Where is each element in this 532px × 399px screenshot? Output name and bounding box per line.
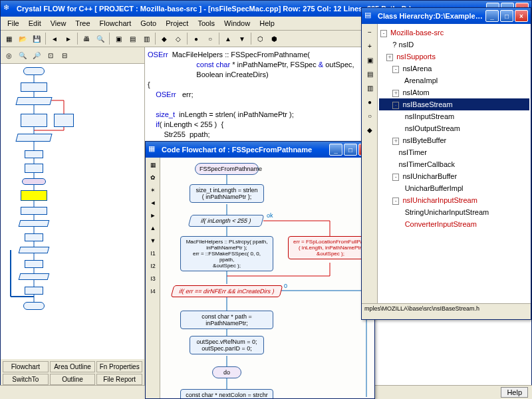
fc-loop[interactable]: do	[212, 366, 241, 378]
ftool-e[interactable]: ►	[147, 209, 159, 221]
ltool-0[interactable]: ◎	[2, 49, 15, 62]
fc-d2[interactable]: if( err == dirNFErr && inCreateDirs )	[171, 285, 283, 297]
btn-file-report[interactable]: File Report	[96, 374, 142, 385]
ftool-a[interactable]: ▦	[147, 159, 159, 171]
tool-save[interactable]: 💾	[30, 32, 43, 45]
tool-i[interactable]: ▼	[235, 32, 249, 45]
tree-item[interactable]: nsIInputStream	[379, 110, 529, 122]
ltool-1[interactable]: 🔍	[16, 49, 29, 62]
tree-item[interactable]: nsITimerCallback	[379, 158, 529, 170]
fc-n4[interactable]: const char * path = inPathNamePtr;	[180, 311, 273, 329]
ftool-b[interactable]: ✿	[147, 172, 159, 184]
tree-item[interactable]: + nsISupports	[379, 51, 529, 63]
flevel-4[interactable]: I4	[147, 285, 159, 297]
ltool-2[interactable]: 🔎	[30, 49, 43, 62]
fc-n3[interactable]: err = FSpLocationFromFullPath ( inLength…	[288, 236, 373, 259]
flevel-2[interactable]: I2	[147, 260, 159, 272]
hier-icon: ▤	[364, 11, 375, 21]
menu-help[interactable]: Help	[255, 18, 279, 29]
fc-n6[interactable]: const char * nextColon = strchr	[180, 389, 273, 398]
tool-k[interactable]: ⬢	[267, 32, 281, 45]
btn-fn-properties[interactable]: Fn Properties	[96, 361, 142, 372]
hierarchy-window: ▤ Class Hierarchy:D:\Examples\Projects\C…	[361, 7, 531, 320]
btn-switchto[interactable]: SwitchTo	[3, 374, 49, 385]
tree-item[interactable]: + nsIAtom	[379, 86, 529, 98]
tool-f[interactable]: ●	[190, 32, 203, 45]
htool-d[interactable]: ▤	[363, 67, 376, 80]
fc-n2[interactable]: MacFileHelpers :: PLstrcpy( ppath, inPat…	[180, 236, 273, 271]
btn-flowchart[interactable]: Flowchart	[3, 361, 49, 372]
btn-area-outline[interactable]: Area Outline	[50, 361, 96, 372]
tool-e[interactable]: ◇	[172, 32, 185, 45]
tree-item[interactable]: ArenaImpl	[379, 74, 529, 86]
btn-outline[interactable]: Outline	[50, 374, 96, 385]
menu-tools[interactable]: Tools	[194, 18, 219, 29]
htool-h[interactable]: ◆	[363, 123, 376, 136]
fc-d1[interactable]: if( inLength < 255 )	[188, 215, 265, 227]
flow-canvas[interactable]: FSSpecFromPathname size_t inLength = str…	[160, 158, 374, 398]
htool-b[interactable]: +	[363, 39, 376, 53]
menu-flowchart[interactable]: Flowchart	[96, 18, 136, 29]
tree-item[interactable]: nsIOutputStream	[379, 122, 529, 134]
tree-item[interactable]: + nsIByteBuffer	[379, 134, 529, 146]
ftool-c[interactable]: ✶	[147, 184, 159, 196]
flevel-1[interactable]: I1	[147, 247, 159, 259]
ltool-3[interactable]: ⊡	[44, 49, 57, 62]
tree-item[interactable]: - nsIBaseStream	[379, 98, 529, 110]
tool-new[interactable]: ▦	[2, 32, 15, 45]
tool-h[interactable]: ▲	[221, 32, 235, 45]
menu-view[interactable]: View	[47, 18, 70, 29]
fc-n1[interactable]: size_t inLength = strlen ( inPathNamePtr…	[190, 184, 264, 203]
flevel-3[interactable]: I3	[147, 273, 159, 285]
tool-open[interactable]: 📂	[16, 32, 29, 45]
flow-titlebar[interactable]: ▦ Code Flowchart of : FSSpecFromPathname…	[146, 142, 374, 158]
hier-tree[interactable]: - Mozilla-base-src ? nsID + nsISupports …	[378, 24, 531, 303]
tool-b[interactable]: ▤	[126, 32, 139, 45]
tool-c[interactable]: ▥	[140, 32, 153, 45]
flow-minimize-button[interactable]: _	[329, 144, 342, 156]
tool-d[interactable]: ◆	[158, 32, 171, 45]
tool-print[interactable]: 🖶	[80, 32, 93, 45]
tree-item[interactable]: StringUnicharInputStream	[379, 206, 529, 218]
menu-window[interactable]: Window	[220, 18, 254, 29]
menu-file[interactable]: File	[3, 18, 23, 29]
htool-a[interactable]: −	[363, 25, 376, 39]
tree-item[interactable]: - Mozilla-base-src	[379, 27, 529, 39]
hier-toolbar: − + ▣ ▤ ▥ ● ○ ◆	[362, 24, 378, 303]
fc-n5[interactable]: outSpec.vRefNum = 0; outSpec.parID = 0;	[190, 336, 264, 354]
tree-item[interactable]: UnicharBufferImpl	[379, 182, 529, 194]
left-panel: ◎ 🔍 🔎 ⊡ ⊟	[1, 47, 145, 399]
tree-item[interactable]: - nsIUnicharBuffer	[379, 170, 529, 182]
tree-item[interactable]: ConverterInputStream	[379, 218, 529, 230]
ltool-4[interactable]: ⊟	[58, 49, 71, 62]
tool-find[interactable]: 🔍	[94, 32, 107, 45]
hier-maximize-button[interactable]: □	[500, 10, 513, 22]
hier-minimize-button[interactable]: _	[485, 10, 499, 22]
menu-goto[interactable]: Goto	[136, 18, 160, 29]
htool-c[interactable]: ▣	[363, 53, 376, 66]
menu-edit[interactable]: Edit	[25, 18, 45, 29]
status-help-button[interactable]: Help	[501, 387, 528, 398]
tool-g[interactable]: ○	[203, 32, 217, 45]
tree-item[interactable]: ? nsID	[379, 39, 529, 51]
hier-close-button[interactable]: ×	[515, 10, 528, 22]
ftool-g[interactable]: ▼	[147, 235, 159, 247]
tool-a[interactable]: ▣	[112, 32, 125, 45]
tree-item[interactable]: nsITimer	[379, 146, 529, 158]
fc-start[interactable]: FSSpecFromPathname	[195, 163, 259, 175]
tool-fwd[interactable]: ►	[62, 32, 75, 45]
flow-maximize-button[interactable]: □	[344, 144, 357, 156]
tree-item[interactable]: - nsIUnicharInputStream	[379, 194, 529, 206]
tool-j[interactable]: ⬡	[253, 32, 267, 45]
ftool-f[interactable]: ▲	[147, 222, 159, 234]
menu-tree[interactable]: Tree	[71, 18, 94, 29]
mini-flowchart[interactable]	[1, 64, 144, 359]
htool-f[interactable]: ●	[363, 95, 376, 108]
ftool-d[interactable]: ◄	[147, 197, 159, 209]
tree-item[interactable]: - nsIArena	[379, 63, 529, 74]
htool-e[interactable]: ▥	[363, 81, 376, 94]
tool-back[interactable]: ◄	[48, 32, 61, 45]
hier-titlebar[interactable]: ▤ Class Hierarchy:D:\Examples\Projects\C…	[362, 8, 531, 24]
menu-project[interactable]: Project	[162, 18, 192, 29]
htool-g[interactable]: ○	[363, 109, 376, 122]
